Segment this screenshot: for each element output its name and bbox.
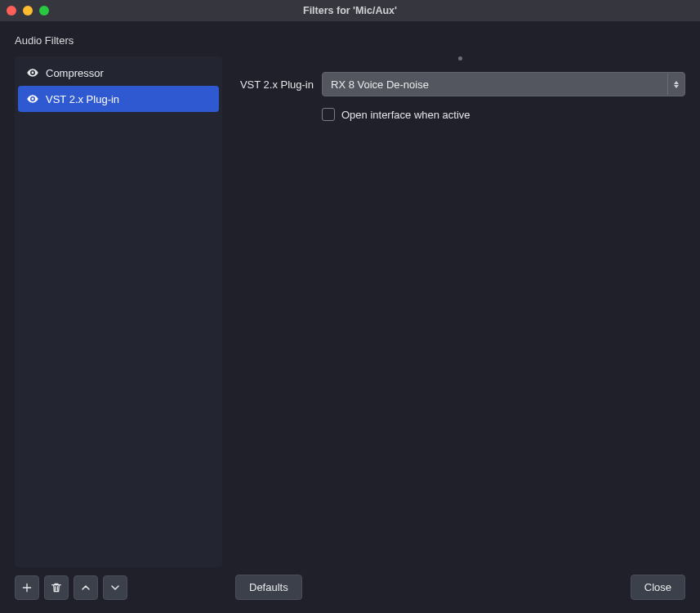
trash-icon [50, 581, 63, 594]
plugin-select-value: RX 8 Voice De-noise [322, 72, 685, 96]
details-footer: Defaults Close [235, 575, 685, 600]
panel-grip-icon[interactable] [458, 56, 462, 60]
plugin-select-row: VST 2.x Plug-in RX 8 Voice De-noise [235, 72, 685, 96]
filter-item-compressor[interactable]: Compressor [18, 60, 219, 86]
plugin-select-label: VST 2.x Plug-in [235, 78, 314, 91]
add-filter-button[interactable] [15, 575, 39, 600]
visibility-icon[interactable] [26, 92, 39, 105]
open-interface-label: Open interface when active [341, 109, 470, 121]
filter-list[interactable]: Compressor VST 2.x Plug-in [15, 56, 222, 567]
main-row: Compressor VST 2.x Plug-in [15, 56, 685, 600]
svg-point-0 [32, 72, 34, 74]
window-title: Filters for 'Mic/Aux' [0, 5, 700, 16]
svg-point-1 [32, 98, 34, 101]
visibility-icon[interactable] [26, 66, 39, 79]
updown-caret-icon [667, 74, 684, 95]
close-button[interactable]: Close [631, 575, 685, 600]
filter-item-vst-plugin[interactable]: VST 2.x Plug-in [18, 86, 219, 112]
window-body: Audio Filters Compressor VST 2.x Pl [0, 21, 700, 613]
titlebar: Filters for 'Mic/Aux' [0, 0, 700, 21]
move-filter-down-button[interactable] [103, 575, 127, 600]
zoom-window-button[interactable] [39, 6, 49, 16]
filter-item-label: Compressor [46, 67, 104, 79]
open-interface-checkbox-row: Open interface when active [322, 108, 685, 121]
filter-list-column: Compressor VST 2.x Plug-in [15, 56, 222, 600]
plus-icon [20, 581, 33, 594]
defaults-button[interactable]: Defaults [235, 575, 302, 600]
remove-filter-button[interactable] [44, 575, 69, 600]
plugin-select[interactable]: RX 8 Voice De-noise [322, 72, 685, 96]
open-interface-checkbox[interactable] [322, 108, 335, 121]
filter-toolbar [15, 575, 222, 600]
filter-item-label: VST 2.x Plug-in [46, 93, 119, 105]
minimize-window-button[interactable] [23, 6, 33, 16]
chevron-up-icon [79, 581, 92, 594]
audio-filters-heading: Audio Filters [15, 34, 685, 47]
close-window-button[interactable] [7, 6, 16, 16]
window-controls [7, 6, 49, 16]
filter-details: VST 2.x Plug-in RX 8 Voice De-noise Open… [235, 56, 685, 600]
move-filter-up-button[interactable] [74, 575, 98, 600]
chevron-down-icon [109, 581, 122, 594]
